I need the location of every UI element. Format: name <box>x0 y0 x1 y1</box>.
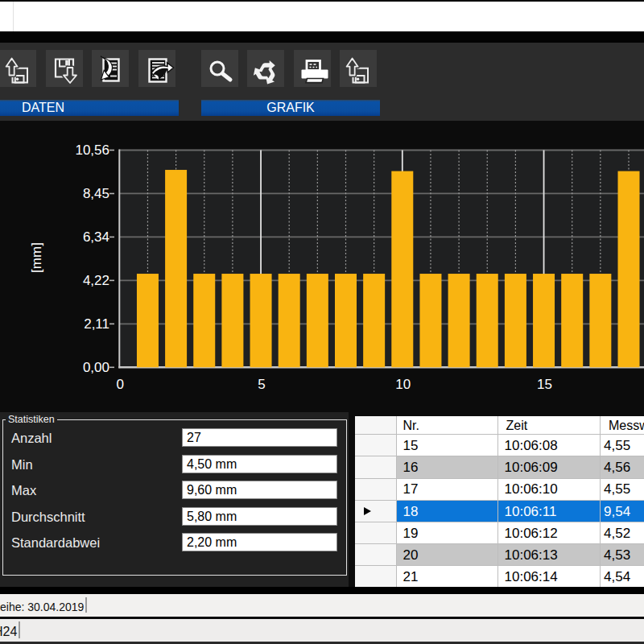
svg-text:2,11: 2,11 <box>84 316 109 332</box>
svg-text:5: 5 <box>258 377 265 392</box>
svg-text:0,00: 0,00 <box>83 360 109 375</box>
svg-text:10: 10 <box>395 377 411 392</box>
svg-text:[mm]: [mm] <box>29 242 44 273</box>
svg-text:6,34: 6,34 <box>83 229 109 245</box>
svg-text:0: 0 <box>117 377 124 392</box>
svg-text:15: 15 <box>537 377 552 392</box>
svg-text:8,45: 8,45 <box>83 186 109 201</box>
svg-text:10,56: 10,56 <box>75 142 109 158</box>
svg-text:4,22: 4,22 <box>83 273 109 288</box>
